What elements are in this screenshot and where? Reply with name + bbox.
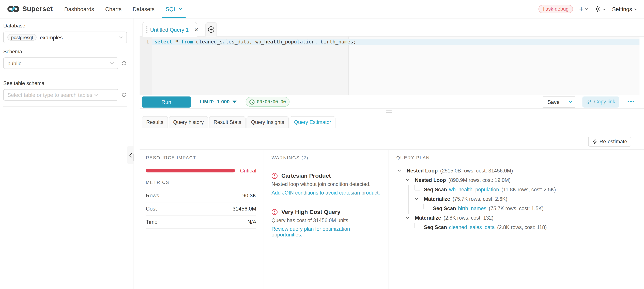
warnings-column: WARNINGS (2) Cartesian Product Nest bbox=[264, 150, 389, 289]
save-split-button: Save bbox=[542, 96, 576, 107]
warning-suggestion-link[interactable]: Review query plan for optimization oppor… bbox=[272, 226, 381, 238]
close-tab-icon[interactable]: ✕ bbox=[194, 26, 199, 33]
plan-table-link[interactable]: wb_health_population bbox=[449, 187, 499, 192]
sql-keyword: select bbox=[154, 39, 172, 45]
warning-item: Cartesian Product Nested loop without jo… bbox=[272, 172, 381, 196]
main-nav: Dashboards Charts Datasets SQL bbox=[64, 0, 182, 18]
plan-stats: (2515.0B rows, cost: 31456.0M) bbox=[440, 168, 513, 173]
chevron-down-icon bbox=[110, 62, 114, 65]
brand-name: Superset bbox=[22, 5, 53, 13]
plan-stats: (2.8K rows, cost: 118) bbox=[497, 224, 547, 230]
editor-actions-bar: Run LIMIT: 1 000 00:00:00.00 Save bbox=[140, 95, 644, 109]
sql-editor[interactable]: 1 select * from cleaned_sales_data, wb_h… bbox=[140, 36, 644, 95]
resource-impact-header: RESOURCE IMPACT bbox=[146, 155, 256, 160]
settings-menu-button[interactable]: Settings bbox=[612, 6, 638, 12]
metric-value: 90.3K bbox=[242, 193, 256, 199]
sidebar-resize-handle[interactable] bbox=[133, 154, 134, 161]
editor-print-margin bbox=[152, 36, 348, 95]
settings-label: Settings bbox=[612, 6, 632, 12]
copy-link-button[interactable]: Copy link bbox=[582, 96, 619, 107]
divider bbox=[3, 75, 127, 75]
schema-select[interactable]: public bbox=[3, 57, 118, 69]
reestimate-button[interactable]: Re-estimate bbox=[588, 137, 631, 147]
tab-results[interactable]: Results bbox=[142, 116, 168, 128]
plan-node: Nested Loop (2515.0B rows, cost: 31456.0… bbox=[396, 166, 636, 175]
collapse-sidebar-button[interactable] bbox=[127, 146, 134, 164]
new-menu-button[interactable]: + bbox=[579, 5, 588, 12]
table-select[interactable]: Select table or type to search tables bbox=[3, 89, 118, 101]
tree-indent-guide bbox=[417, 191, 417, 206]
refresh-tables-icon[interactable] bbox=[121, 92, 127, 98]
save-button[interactable]: Save bbox=[542, 97, 565, 107]
resource-impact-column: RESOURCE IMPACT Critical METRICS Rows 90… bbox=[140, 150, 264, 289]
warning-icon bbox=[272, 173, 278, 179]
query-plan-tree: Nested Loop (2515.0B rows, cost: 31456.0… bbox=[396, 166, 636, 232]
plan-stats: (890.9M rows, cost: 19.0M) bbox=[448, 177, 510, 183]
warning-description: Nested loop without join condition detec… bbox=[272, 181, 381, 187]
warning-suggestion-link[interactable]: Add JOIN conditions to avoid cartesian p… bbox=[272, 190, 381, 196]
nav-item-sql[interactable]: SQL bbox=[166, 0, 182, 18]
plan-op: Nested Loop bbox=[415, 177, 446, 183]
sql-tables: cleaned_sales_data, wb_health_population… bbox=[193, 39, 356, 45]
limit-dropdown[interactable]: LIMIT: 1 000 bbox=[200, 99, 237, 105]
caret-down-icon bbox=[232, 101, 236, 103]
chevron-down-icon bbox=[602, 8, 606, 10]
clock-icon bbox=[250, 99, 255, 105]
warning-item: Very High Cost Query Query has cost of 3… bbox=[272, 209, 381, 238]
metric-row-cost: Cost 31456.0M bbox=[146, 202, 256, 216]
more-options-button[interactable]: ••• bbox=[628, 100, 635, 104]
tab-query-history[interactable]: Query history bbox=[169, 116, 208, 128]
plus-icon: + bbox=[579, 5, 583, 12]
add-tab-button[interactable] bbox=[206, 22, 217, 36]
plan-op: Seq Scan bbox=[433, 206, 456, 211]
query-timer-badge: 00:00:00.00 bbox=[246, 97, 290, 107]
navbar-right: flask-debug + Settings bbox=[538, 5, 638, 13]
save-options-button[interactable] bbox=[565, 97, 576, 107]
refresh-schemas-icon[interactable] bbox=[121, 60, 127, 66]
splitter-handle-icon[interactable] bbox=[386, 110, 392, 114]
metrics-table: Rows 90.3K Cost 31456.0M Time N/A bbox=[146, 189, 256, 229]
caret-down-icon[interactable] bbox=[397, 168, 402, 173]
nav-item-sql-label: SQL bbox=[166, 6, 177, 12]
limit-value: 1 000 bbox=[217, 99, 230, 105]
plan-stats: (11.8K rows, cost: 2.5K) bbox=[502, 187, 556, 192]
plan-stats: (75.7K rows, cost: 2.6K) bbox=[452, 196, 507, 202]
limit-label: LIMIT: bbox=[200, 99, 214, 105]
nav-item-datasets[interactable]: Datasets bbox=[132, 0, 154, 18]
plan-node: Seq Scan birth_names (75.7K rows, cost: … bbox=[396, 204, 636, 213]
plan-table-link[interactable]: birth_names bbox=[458, 206, 486, 211]
metric-value: 31456.0M bbox=[232, 206, 256, 212]
editor-gutter: 1 bbox=[140, 36, 152, 95]
drag-handle-icon[interactable] bbox=[146, 26, 147, 33]
plan-op: Materialize bbox=[424, 196, 450, 202]
caret-down-icon[interactable] bbox=[414, 197, 419, 201]
caret-down-icon[interactable] bbox=[406, 216, 410, 220]
plan-stats: (75.7K rows, cost: 1.5K) bbox=[489, 206, 544, 211]
metric-label: Rows bbox=[146, 193, 159, 199]
tree-connector bbox=[424, 204, 429, 209]
south-pane-tabs: Results Query history Result Stats Query… bbox=[140, 116, 644, 128]
tab-result-stats[interactable]: Result Stats bbox=[209, 116, 246, 128]
tab-query-insights[interactable]: Query Insights bbox=[247, 116, 289, 128]
nav-item-dashboards[interactable]: Dashboards bbox=[64, 0, 94, 18]
query-tab-title: Untitled Query 1 bbox=[150, 26, 189, 33]
database-select-value: examples bbox=[40, 34, 63, 40]
superset-logo[interactable]: Superset bbox=[8, 5, 53, 13]
warnings-header: WARNINGS (2) bbox=[272, 155, 381, 160]
query-tab[interactable]: Untitled Query 1 ✕ bbox=[142, 22, 197, 37]
nav-item-charts[interactable]: Charts bbox=[105, 0, 122, 18]
run-button[interactable]: Run bbox=[142, 96, 191, 107]
database-label: Database bbox=[3, 23, 127, 29]
theme-menu-button[interactable] bbox=[594, 6, 606, 12]
tree-connector bbox=[414, 223, 420, 228]
lightning-bolt-icon bbox=[592, 139, 597, 144]
sqllab-left-panel: Database postgresql examples Schema publ… bbox=[0, 18, 134, 289]
tab-query-estimator[interactable]: Query Estimator bbox=[290, 116, 336, 128]
divider bbox=[3, 106, 127, 107]
database-select[interactable]: postgresql examples bbox=[3, 32, 127, 43]
plan-table-link[interactable]: cleaned_sales_data bbox=[449, 224, 495, 230]
plan-op: Seq Scan bbox=[424, 224, 447, 230]
caret-down-icon[interactable] bbox=[406, 178, 410, 182]
estimator-columns: RESOURCE IMPACT Critical METRICS Rows 90… bbox=[140, 149, 644, 289]
actions-right: Save Copy link bbox=[542, 96, 635, 107]
